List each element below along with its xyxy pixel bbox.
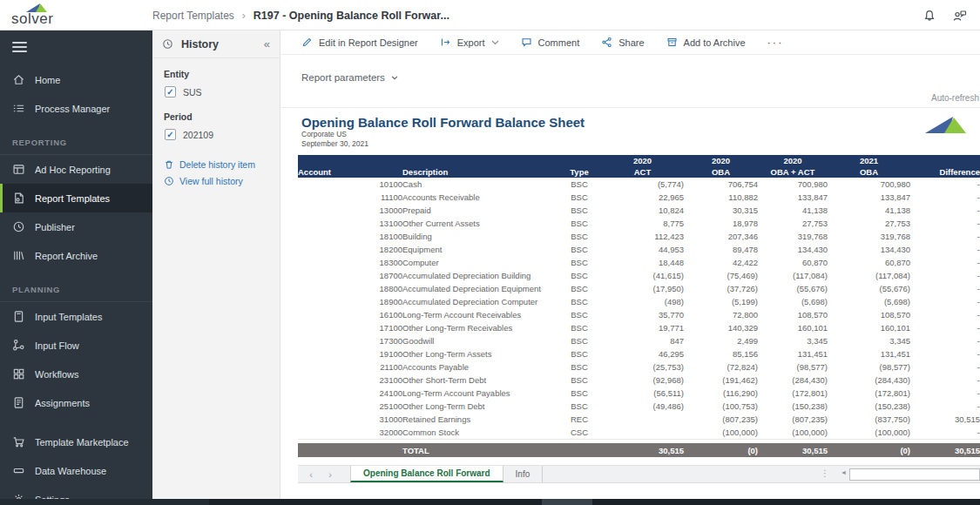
breadcrumb-current: R197 - Opening Balance Roll Forwar... — [253, 10, 449, 22]
table-cell: BSC — [558, 321, 601, 334]
table-cell: - — [910, 308, 980, 321]
archive-label: Add to Archive — [684, 37, 746, 48]
table-cell: BSC — [558, 178, 601, 191]
add-to-archive-button[interactable]: Add to Archive — [666, 37, 746, 48]
notifications-bell-icon[interactable] — [923, 9, 936, 23]
solver-logo: solver — [11, 1, 72, 30]
hscroll-left-arrow-icon[interactable]: ◄ — [841, 469, 847, 475]
table-row: 18200EquipmentBSC44,95389,478134,430134,… — [298, 243, 980, 256]
hamburger-menu-icon[interactable] — [12, 42, 27, 52]
table-cell: BSC — [558, 400, 601, 413]
table-row: 11100Accounts ReceivableBSC22,965110,882… — [298, 191, 980, 204]
sidebar-item-publisher[interactable]: Publisher — [0, 212, 152, 241]
table-cell: Goodwill — [402, 334, 558, 347]
sidebar-label: Assignments — [35, 398, 90, 408]
header-oba: OBA — [684, 166, 758, 178]
report-parameters-toggle[interactable]: Report parameters — [301, 72, 398, 83]
table-cell: Building — [402, 230, 558, 243]
table-cell: Accumulated Depreciation Equipment — [402, 282, 558, 295]
header-type: Type — [558, 166, 601, 178]
table-cell: Prepaid — [402, 204, 558, 217]
table-cell: (55,676) — [828, 282, 910, 295]
table-cell: - — [910, 426, 980, 439]
table-row: 23100Other Short-Term DebtBSC(92,968)(19… — [298, 374, 980, 387]
table-cell: (172,801) — [758, 387, 828, 400]
bottom-edge-segment — [0, 499, 209, 505]
sidebar-item-home[interactable]: Home — [0, 65, 152, 94]
table-cell: (117,084) — [828, 269, 910, 282]
table-cell: BSC — [558, 256, 601, 269]
sidebar-item-ad-hoc-reporting[interactable]: Ad Hoc Reporting — [0, 155, 152, 184]
table-cell: 18800 — [298, 282, 402, 295]
tab-scroll-left-icon[interactable]: ‹ — [305, 466, 317, 482]
feedback-person-icon[interactable] — [952, 9, 967, 23]
table-cell: (837,750) — [828, 413, 910, 426]
table-cell: - — [910, 230, 980, 243]
report-archive-icon — [12, 249, 25, 262]
input-flow-icon — [12, 339, 25, 352]
table-cell: Other Long-Term Receivables — [402, 321, 558, 334]
edit-in-report-designer-button[interactable]: Edit in Report Designer — [301, 37, 418, 48]
report-table-head: 2020 2020 2020 2021 Account Description … — [298, 155, 980, 178]
share-button[interactable]: Share — [601, 37, 644, 48]
entity-checkbox[interactable]: ✓ — [165, 86, 176, 98]
period-checkbox[interactable]: ✓ — [165, 129, 176, 140]
table-cell: 11100 — [298, 191, 402, 204]
table-cell: BSC — [558, 282, 601, 295]
table-cell: Retained Earnings — [402, 413, 558, 426]
ad-hoc-reporting-icon — [12, 163, 25, 176]
export-icon — [440, 37, 451, 48]
sidebar-item-data-warehouse[interactable]: Data Warehouse — [0, 456, 152, 485]
export-button[interactable]: Export — [440, 37, 499, 48]
table-cell: 108,570 — [758, 308, 828, 321]
header-difference: Difference — [910, 166, 980, 178]
comment-button[interactable]: Comment — [521, 37, 580, 48]
more-actions-button[interactable]: ··· — [767, 36, 784, 49]
table-cell: Equipment — [402, 243, 558, 256]
edit-label: Edit in Report Designer — [319, 37, 418, 48]
tab-info[interactable]: Info — [504, 466, 544, 482]
main-content: Edit in Report Designer Export Comment — [280, 30, 980, 499]
collapse-panel-icon[interactable]: « — [264, 37, 270, 50]
sidebar-label: Ad Hoc Reporting — [35, 165, 111, 175]
breadcrumb-parent[interactable]: Report Templates — [152, 10, 234, 22]
tab-opening-balance-roll-forward[interactable]: Opening Balance Roll Forward — [350, 466, 504, 482]
year-cell: 2021 — [828, 155, 910, 166]
table-cell: 25100 — [298, 400, 402, 413]
auto-refresh-label[interactable]: Auto-refresh — [931, 93, 979, 103]
sidebar-item-template-marketplace[interactable]: Template Marketplace — [0, 428, 152, 456]
view-full-history-link[interactable]: View full history — [164, 176, 268, 186]
sidebar-item-workflows[interactable]: Workflows — [0, 360, 152, 388]
table-cell: 31000 — [298, 413, 402, 426]
table-cell: 18700 — [298, 269, 402, 282]
table-cell: (92,968) — [601, 374, 684, 387]
sidebar-item-process-manager[interactable]: Process Manager — [0, 94, 152, 123]
tab-scroll-right-icon[interactable]: › — [324, 466, 336, 482]
sidebar-item-report-templates[interactable]: Report Templates — [0, 184, 152, 212]
table-cell: (284,430) — [758, 374, 828, 387]
table-cell: (55,676) — [758, 282, 828, 295]
sidebar-item-report-archive[interactable]: Report Archive — [0, 241, 152, 270]
report-subtitle-date: September 30, 2021 — [301, 139, 980, 149]
delete-history-link[interactable]: Delete history item — [164, 159, 268, 170]
sidebar-item-input-flow[interactable]: Input Flow — [0, 331, 152, 360]
table-row: 19100Other Long-Term AssetsBSC46,29585,1… — [298, 347, 980, 360]
table-cell: (56,511) — [601, 387, 684, 400]
pencil-icon — [301, 37, 313, 48]
table-cell — [601, 426, 684, 439]
table-cell: 134,430 — [828, 243, 910, 256]
sidebar-item-input-templates[interactable]: Input Templates — [0, 302, 152, 331]
table-cell: - — [910, 178, 980, 191]
sidebar-section-planning: PLANNING — [0, 279, 152, 302]
table-cell: (37,726) — [684, 282, 758, 295]
horizontal-scrollbar[interactable] — [849, 468, 980, 481]
table-row: 25100Other Long-Term DebtBSC(49,486)(100… — [298, 400, 980, 413]
table-cell: 27,753 — [758, 217, 828, 230]
table-cell: (5,698) — [828, 295, 910, 308]
table-cell: 112,423 — [601, 230, 684, 243]
table-row: 21100Accounts PayableBSC(25,753)(72,824)… — [298, 360, 980, 374]
sidebar-item-assignments[interactable]: Assignments — [0, 388, 152, 417]
table-cell: (5,698) — [758, 295, 828, 308]
table-cell: (100,753) — [684, 400, 758, 413]
table-cell: - — [910, 243, 980, 256]
